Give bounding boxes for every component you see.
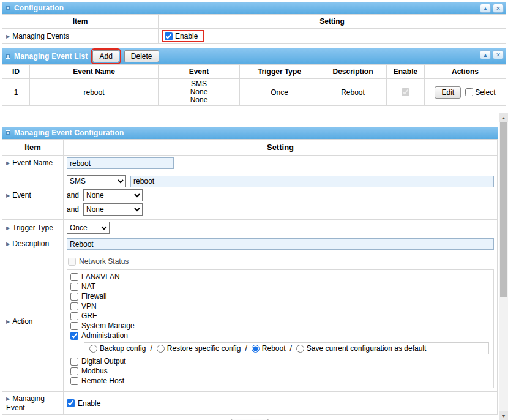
event-line-primary: SMS xyxy=(67,175,494,187)
administration-option[interactable]: Administration xyxy=(70,331,490,340)
bullet-arrow-icon: ▶ xyxy=(6,193,10,198)
backup-config-label: Backup config xyxy=(100,344,146,353)
event-name-label: Event Name xyxy=(12,159,53,167)
lan-vlan-label: LAN&VLAN xyxy=(81,272,120,282)
event-name-item-cell: ▶Event Name xyxy=(2,156,64,171)
backup-config-option[interactable]: Backup config xyxy=(89,344,146,353)
trigger-type-select[interactable]: Once xyxy=(67,222,110,234)
configuration-table-header: Item Setting xyxy=(2,15,506,29)
modbus-option[interactable]: Modbus xyxy=(70,366,490,376)
managing-events-enable-checkbox[interactable] xyxy=(165,32,173,40)
collapse-button[interactable]: ▲ xyxy=(480,50,491,59)
close-button[interactable]: ✕ xyxy=(493,4,504,13)
firewall-label: Firewall xyxy=(81,291,106,301)
delete-button[interactable]: Delete xyxy=(124,50,159,62)
digital-output-option[interactable]: Digital Output xyxy=(70,356,490,366)
event-list-toolbar: Add Delete xyxy=(92,50,159,62)
network-status-label: Network Status xyxy=(79,257,129,266)
event-item-cell: ▶Event xyxy=(2,171,64,220)
administration-checkbox[interactable] xyxy=(70,332,78,340)
managing-event-enable-checkbox[interactable] xyxy=(67,399,75,407)
action-group-box: LAN&VLAN NAT Firewall xyxy=(67,269,494,388)
event-config-panel: Managing Event Configuration Item Settin… xyxy=(2,127,498,420)
configuration-header: Configuration ▲ ✕ xyxy=(2,2,506,14)
event-name-input[interactable] xyxy=(67,157,174,169)
configuration-title: Configuration xyxy=(14,4,64,12)
col-description: Description xyxy=(319,65,387,79)
firewall-checkbox[interactable] xyxy=(70,293,78,301)
bullet-arrow-icon: ▶ xyxy=(6,160,10,166)
event-name-setting-cell xyxy=(64,156,498,171)
event-list-header: Managing Event List Add Delete ▲ ✕ xyxy=(2,48,506,64)
digital-output-checkbox[interactable] xyxy=(70,358,78,366)
vpn-checkbox[interactable] xyxy=(70,302,78,310)
collapse-button[interactable]: ▲ xyxy=(480,4,491,13)
event-list-panel: Managing Event List Add Delete ▲ ✕ ID Ev… xyxy=(2,48,506,106)
scrollbar-thumb[interactable] xyxy=(500,122,507,297)
lan-vlan-checkbox[interactable] xyxy=(70,273,78,281)
window-controls: ▲ ✕ xyxy=(480,4,504,13)
event-list-title: Managing Event List xyxy=(14,52,88,61)
save-default-option[interactable]: Save current configuration as default xyxy=(296,344,426,353)
nat-label: NAT xyxy=(81,282,95,291)
gre-option[interactable]: GRE xyxy=(70,311,490,321)
event-value-input[interactable] xyxy=(130,176,494,187)
remote-host-checkbox[interactable] xyxy=(70,377,78,385)
modbus-label: Modbus xyxy=(81,366,108,376)
action-setting-cell: Network Status LAN&VLAN NAT xyxy=(64,252,498,392)
restore-specific-config-radio[interactable] xyxy=(157,345,165,353)
description-setting-cell xyxy=(64,236,498,252)
row-enable-checkbox xyxy=(402,88,409,96)
event-config-header: Managing Event Configuration xyxy=(2,127,498,139)
modbus-checkbox[interactable] xyxy=(70,367,78,375)
gre-checkbox[interactable] xyxy=(70,312,78,320)
system-manage-checkbox[interactable] xyxy=(70,322,78,330)
trigger-type-item-cell: ▶Trigger Type xyxy=(2,220,64,236)
scroll-down-icon[interactable]: ▼ xyxy=(499,411,508,420)
description-row: ▶Description xyxy=(2,236,498,252)
description-input[interactable] xyxy=(67,238,494,250)
edit-button[interactable]: Edit xyxy=(435,86,461,99)
action-options: Network Status LAN&VLAN NAT xyxy=(67,254,494,389)
managing-event-enable-option[interactable]: Enable xyxy=(67,399,494,408)
col-trigger-type: Trigger Type xyxy=(240,65,319,79)
backup-config-radio[interactable] xyxy=(89,345,97,353)
add-button[interactable]: Add xyxy=(92,50,119,62)
trigger-type-row: ▶Trigger Type Once xyxy=(2,220,498,236)
col-header-item: Item xyxy=(2,15,159,29)
col-enable: Enable xyxy=(387,65,425,79)
event-setting-cell: SMS and None and xyxy=(64,171,498,220)
restore-specific-config-option[interactable]: Restore specific config xyxy=(157,344,241,353)
event-type-select[interactable]: SMS xyxy=(67,175,126,187)
reboot-option[interactable]: Reboot xyxy=(252,344,286,353)
system-manage-option[interactable]: System Manage xyxy=(70,321,490,331)
close-button[interactable]: ✕ xyxy=(493,50,504,59)
event-and1-select[interactable]: None xyxy=(83,189,143,201)
vpn-option[interactable]: VPN xyxy=(70,301,490,311)
reboot-radio[interactable] xyxy=(252,345,260,353)
window-controls: ▲ ✕ xyxy=(480,50,504,59)
trigger-type-setting-cell: Once xyxy=(64,220,498,236)
managing-event-enable-label: Enable xyxy=(78,399,100,408)
firewall-option[interactable]: Firewall xyxy=(70,291,490,301)
cell-event: SMS None None xyxy=(159,79,240,106)
panel-icon xyxy=(6,6,10,10)
remote-host-option[interactable]: Remote Host xyxy=(70,376,490,386)
scroll-up-icon[interactable]: ▲ xyxy=(499,113,508,122)
managing-events-row: ▶Managing Events Enable xyxy=(2,29,506,44)
configuration-table: Item Setting ▶Managing Events Enable xyxy=(2,14,506,44)
description-label: Description xyxy=(12,239,49,248)
save-default-radio[interactable] xyxy=(296,345,304,353)
scroll-region: Managing Event Configuration Item Settin… xyxy=(2,127,498,420)
cell-actions: Edit Select xyxy=(425,79,506,106)
event-and2-select[interactable]: None xyxy=(83,203,143,216)
network-status-checkbox xyxy=(68,258,76,266)
nat-checkbox[interactable] xyxy=(70,283,78,291)
col-header-item: Item xyxy=(2,140,64,156)
and-label: and xyxy=(67,205,79,214)
lan-vlan-option[interactable]: LAN&VLAN xyxy=(70,272,490,282)
row-select-checkbox[interactable] xyxy=(465,88,473,96)
nat-option[interactable]: NAT xyxy=(70,282,490,291)
administration-suboptions: Backup config / Restore specific config … xyxy=(84,342,489,354)
vertical-scrollbar[interactable]: ▲ ▼ xyxy=(499,113,508,420)
